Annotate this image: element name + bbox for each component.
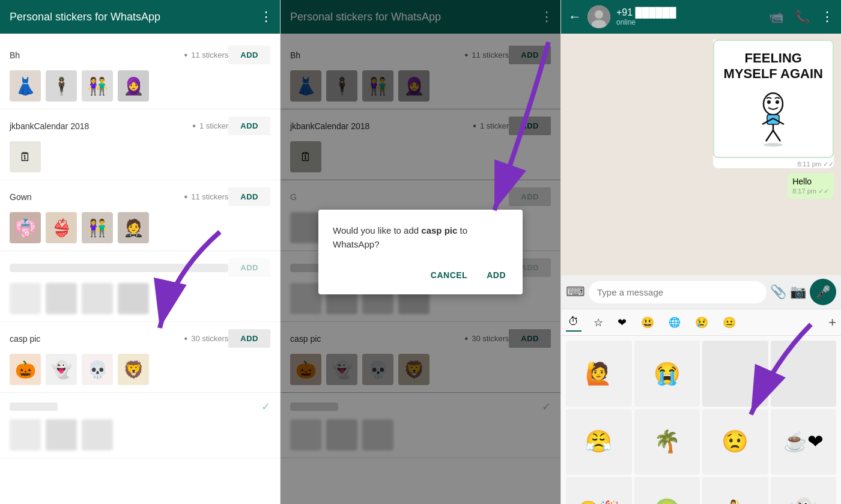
pack-thumbs-jkbank: 🗓 bbox=[10, 141, 270, 172]
thumb-casp-4: 🦁 bbox=[118, 354, 149, 385]
camera-icon[interactable]: 📷 bbox=[790, 284, 806, 300]
sticker-cell-1[interactable]: 🙋 bbox=[566, 341, 632, 407]
sticker-cell-6[interactable]: 🌴 bbox=[634, 409, 700, 475]
thumb-blur1-1 bbox=[10, 283, 41, 314]
text-message: Hello 8:17 pm ✓✓ bbox=[788, 173, 834, 199]
sticker-cell-7[interactable]: 😟 bbox=[702, 409, 768, 475]
pack-header-jkbank: jkbankCalendar 2018 • 1 sticker ADD bbox=[10, 117, 270, 135]
emoji-bar: ⏱ ☆ ❤ 😃 🌐 😢 😐 + 🙋 😭 😤 🌴 😟 ☕❤ 😄🎉 🤢 💃 👻 bbox=[561, 309, 841, 504]
sticker-pack-gown: Gown • 11 stickers ADD 👘 👙 👫 🤵 bbox=[0, 180, 280, 251]
pack-thumbs-casppic: 🎃 👻 💀 🦁 bbox=[10, 354, 270, 385]
pack-thumbs-gown: 👘 👙 👫 🤵 bbox=[10, 212, 270, 243]
sticker-pack-blur-2: ✓ bbox=[0, 393, 280, 458]
panel-sticker-list-2: Personal stickers for WhatsApp ⋮ Bh • 11… bbox=[281, 0, 561, 504]
thumb-bh-4: 🧕 bbox=[118, 70, 149, 102]
thumb-blur2-2 bbox=[46, 419, 77, 451]
add-btn-gown[interactable]: ADD bbox=[228, 187, 270, 206]
sticker-time: 8:11 pm ✓✓ bbox=[713, 160, 834, 168]
svg-point-7 bbox=[776, 100, 779, 104]
dialog-text: Would you like to add casp pic to WhatsA… bbox=[333, 224, 508, 251]
pack-count-casppic: 30 stickers bbox=[191, 334, 228, 343]
keyboard-icon[interactable]: ⌨ bbox=[566, 284, 585, 300]
message-input[interactable] bbox=[589, 281, 767, 303]
pack-thumbs-blur2 bbox=[10, 419, 270, 451]
svg-point-5 bbox=[764, 93, 783, 115]
sticker-cell-2[interactable]: 😭 bbox=[634, 341, 700, 407]
thumb-bh-1: 👗 bbox=[10, 70, 41, 102]
dialog-add-btn[interactable]: ADD bbox=[484, 266, 508, 285]
chat-user-info: +91 ██████ online bbox=[616, 7, 763, 26]
sticker-cell-10[interactable]: 🤢 bbox=[634, 477, 700, 504]
sticker-cell-12[interactable]: 👻 bbox=[771, 477, 837, 504]
pack-header-blur2: ✓ bbox=[10, 400, 270, 413]
phone-call-icon[interactable]: 📞 bbox=[795, 10, 810, 24]
panel-sticker-list-1: Personal stickers for WhatsApp ⋮ Bh • 11… bbox=[0, 0, 281, 504]
thumb-gown-4: 🤵 bbox=[118, 212, 149, 243]
thumb-blur2-1 bbox=[10, 419, 41, 451]
thumb-blur1-4 bbox=[118, 283, 149, 314]
add-btn-casppic-1[interactable]: ADD bbox=[228, 329, 270, 348]
tab-stickers[interactable]: ❤ bbox=[615, 314, 629, 332]
sticker-pack-bh: Bh • 11 stickers ADD 👗 🕴 👫 🧕 bbox=[0, 38, 280, 109]
pack-count-jkbank: 1 sticker bbox=[199, 121, 228, 130]
sticker-cell-3[interactable] bbox=[702, 341, 768, 407]
menu-icon-1[interactable]: ⋮ bbox=[260, 9, 273, 25]
dialog-buttons: CANCEL ADD bbox=[333, 266, 508, 285]
back-button[interactable]: ← bbox=[568, 9, 581, 25]
sticker-cell-5[interactable]: 😤 bbox=[566, 409, 632, 475]
pack-thumbs-bh: 👗 🕴 👫 🧕 bbox=[10, 70, 270, 102]
chat-input-area: ⌨ 📎 📷 🎤 bbox=[561, 275, 841, 309]
add-btn-blur1[interactable]: ADD bbox=[228, 258, 270, 277]
pack-header-gown: Gown • 11 stickers ADD bbox=[10, 187, 270, 206]
chat-avatar bbox=[587, 5, 610, 28]
dialog-box: Would you like to add casp pic to WhatsA… bbox=[318, 210, 523, 294]
checkmark-1: ✓ bbox=[261, 400, 270, 413]
pack-name-jkbank: jkbankCalendar 2018 bbox=[10, 121, 189, 131]
sticker-cell-9[interactable]: 😄🎉 bbox=[566, 477, 632, 504]
sticker-grid: 🙋 😭 😤 🌴 😟 ☕❤ 😄🎉 🤢 💃 👻 bbox=[561, 336, 841, 504]
thumb-blur2-3 bbox=[82, 419, 113, 451]
sticker-pack-blur-1: ADD bbox=[0, 251, 280, 322]
thumb-jkbank-1: 🗓 bbox=[10, 141, 41, 172]
add-btn-jkbank[interactable]: ADD bbox=[228, 117, 270, 135]
message-text: Hello bbox=[792, 177, 812, 186]
tab-favorites[interactable]: ☆ bbox=[591, 314, 606, 332]
thumb-casp-3: 💀 bbox=[82, 354, 113, 385]
app-title-1: Personal stickers for WhatsApp bbox=[10, 11, 260, 23]
add-btn-bh[interactable]: ADD bbox=[228, 46, 270, 64]
sticker-cell-4[interactable] bbox=[771, 341, 837, 407]
pack-header-bh: Bh • 11 stickers ADD bbox=[10, 46, 270, 64]
tab-emoji2[interactable]: 🌐 bbox=[666, 314, 683, 330]
tab-emoji3[interactable]: 😢 bbox=[693, 314, 711, 332]
video-call-icon[interactable]: 📹 bbox=[769, 10, 784, 24]
thumb-gown-2: 👙 bbox=[46, 212, 77, 243]
tab-emoji4[interactable]: 😐 bbox=[720, 314, 738, 332]
mic-button[interactable]: 🎤 bbox=[810, 279, 836, 305]
pack-name-blur1 bbox=[10, 264, 228, 272]
tab-emoji1[interactable]: 😃 bbox=[639, 314, 657, 332]
message-time: 8:17 pm ✓✓ bbox=[792, 187, 829, 195]
svg-line-13 bbox=[773, 130, 780, 141]
thumb-bh-3: 👫 bbox=[82, 70, 113, 102]
svg-line-12 bbox=[766, 130, 773, 141]
tab-add[interactable]: + bbox=[828, 315, 836, 330]
chat-user-name: +91 ██████ bbox=[616, 7, 763, 18]
chat-menu-icon[interactable]: ⋮ bbox=[821, 9, 834, 25]
tab-recent[interactable]: ⏱ bbox=[566, 313, 581, 332]
pack-thumbs-blur1 bbox=[10, 283, 270, 314]
sticker-cell-8[interactable]: ☕❤ bbox=[771, 409, 837, 475]
paperclip-icon[interactable]: 📎 bbox=[770, 284, 786, 300]
pack-header-blur1: ADD bbox=[10, 258, 270, 277]
svg-point-14 bbox=[764, 143, 783, 147]
sticker-cell-11[interactable]: 💃 bbox=[702, 477, 768, 504]
thumb-casp-2: 👻 bbox=[46, 354, 77, 385]
dialog-overlay: Would you like to add casp pic to WhatsA… bbox=[281, 0, 560, 504]
chat-header-icons: 📹 📞 ⋮ bbox=[769, 9, 834, 25]
chat-user-status: online bbox=[616, 18, 763, 26]
pack-name-bh: Bh bbox=[10, 50, 181, 60]
app-header-1: Personal stickers for WhatsApp ⋮ bbox=[0, 0, 280, 34]
emoji-tabs: ⏱ ☆ ❤ 😃 🌐 😢 😐 + bbox=[561, 309, 841, 336]
dialog-cancel-btn[interactable]: CANCEL bbox=[428, 266, 470, 285]
dialog-pack-name: casp pic bbox=[421, 225, 457, 235]
sticker-message: FEELINGMYSELF AGAIN bbox=[713, 40, 834, 168]
